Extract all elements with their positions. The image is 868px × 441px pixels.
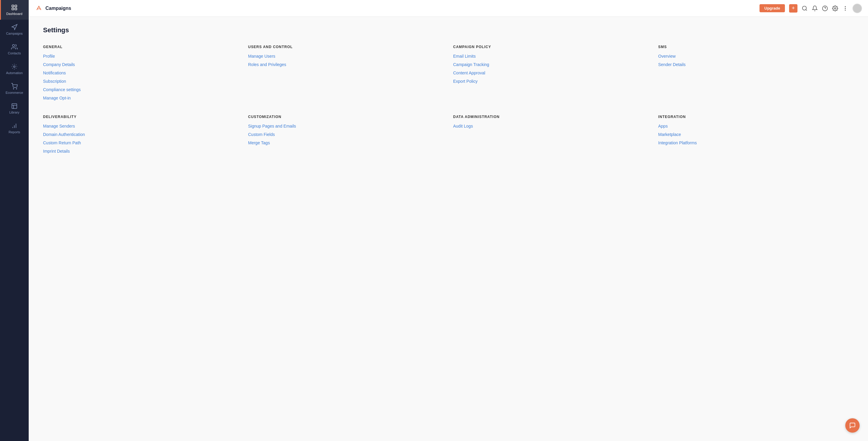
link-subscription[interactable]: Subscription — [43, 79, 239, 84]
link-campaign-tracking[interactable]: Campaign Tracking — [453, 62, 649, 67]
topbar: Campaigns Upgrade + — [29, 0, 868, 17]
sidebar-label-automation: Automation — [6, 71, 23, 75]
sidebar-label-dashboard: Dashboard — [6, 12, 23, 15]
notifications-icon[interactable] — [812, 5, 818, 11]
link-manage-users[interactable]: Manage Users — [248, 54, 443, 59]
link-manage-senders[interactable]: Manage Senders — [43, 124, 239, 128]
link-custom-return-path[interactable]: Custom Return Path — [43, 140, 239, 145]
brand: Campaigns — [35, 4, 760, 12]
link-domain-authentication[interactable]: Domain Authentication — [43, 132, 239, 137]
link-notifications[interactable]: Notifications — [43, 70, 239, 75]
sidebar-item-campaigns[interactable]: Campaigns — [0, 20, 29, 39]
library-icon — [11, 103, 18, 109]
sidebar: Dashboard Campaigns Contacts Automa — [0, 0, 29, 441]
link-company-details[interactable]: Company Details — [43, 62, 239, 67]
page-title: Settings — [43, 26, 854, 34]
link-roles-and-privileges[interactable]: Roles and Privileges — [248, 62, 443, 67]
section-users-and-control: USERS AND CONTROLManage UsersRoles and P… — [248, 45, 443, 100]
sidebar-label-contacts: Contacts — [8, 52, 21, 55]
section-general: GENERALProfileCompany DetailsNotificatio… — [43, 45, 239, 100]
search-icon[interactable] — [802, 5, 808, 11]
section-links-campaign-policy: Email LimitsCampaign TrackingContent App… — [453, 54, 649, 84]
svg-rect-1 — [15, 5, 17, 7]
section-integration: INTEGRATIONAppsMarketplaceIntegration Pl… — [658, 115, 854, 154]
link-email-limits[interactable]: Email Limits — [453, 54, 649, 59]
section-links-customization: Signup Pages and EmailsCustom FieldsMerg… — [248, 124, 443, 145]
svg-rect-0 — [12, 5, 14, 7]
section-campaign-policy: CAMPAIGN POLICYEmail LimitsCampaign Trac… — [453, 45, 649, 100]
link-imprint-details[interactable]: Imprint Details — [43, 149, 239, 154]
svg-point-7 — [16, 89, 17, 89]
section-links-integration: AppsMarketplaceIntegration Platforms — [658, 124, 854, 145]
link-merge-tags[interactable]: Merge Tags — [248, 140, 443, 145]
section-links-data-administration: Audit Logs — [453, 124, 649, 128]
link-apps[interactable]: Apps — [658, 124, 854, 128]
section-title-data-administration: DATA ADMINISTRATION — [453, 115, 649, 119]
svg-point-6 — [13, 89, 14, 89]
section-links-general: ProfileCompany DetailsNotificationsSubsc… — [43, 54, 239, 100]
svg-point-10 — [803, 6, 806, 10]
link-compliance-settings[interactable]: Compliance settings — [43, 87, 239, 92]
section-title-campaign-policy: CAMPAIGN POLICY — [453, 45, 649, 49]
svg-point-5 — [13, 66, 15, 67]
link-sender-details[interactable]: Sender Details — [658, 62, 854, 67]
sidebar-item-contacts[interactable]: Contacts — [0, 39, 29, 59]
section-links-users-and-control: Manage UsersRoles and Privileges — [248, 54, 443, 67]
section-title-deliverability: DELIVERABILITY — [43, 115, 239, 119]
brand-name: Campaigns — [45, 6, 71, 11]
svg-point-15 — [845, 6, 845, 7]
sidebar-label-campaigns: Campaigns — [6, 32, 23, 35]
sidebar-label-reports: Reports — [9, 130, 20, 134]
link-manage-opt-in[interactable]: Manage Opt-in — [43, 96, 239, 100]
link-overview[interactable]: Overview — [658, 54, 854, 59]
svg-point-4 — [12, 44, 14, 46]
section-title-sms: SMS — [658, 45, 854, 49]
link-custom-fields[interactable]: Custom Fields — [248, 132, 443, 137]
link-integration-platforms[interactable]: Integration Platforms — [658, 140, 854, 145]
upgrade-button[interactable]: Upgrade — [760, 4, 785, 12]
content: Settings GENERALProfileCompany DetailsNo… — [29, 17, 868, 441]
section-customization: CUSTOMIZATIONSignup Pages and EmailsCust… — [248, 115, 443, 154]
svg-rect-9 — [35, 4, 43, 12]
section-title-customization: CUSTOMIZATION — [248, 115, 443, 119]
section-data-administration: DATA ADMINISTRATIONAudit Logs — [453, 115, 649, 154]
section-deliverability: DELIVERABILITYManage SendersDomain Authe… — [43, 115, 239, 154]
sidebar-item-reports[interactable]: Reports — [0, 118, 29, 138]
link-signup-pages-and-emails[interactable]: Signup Pages and Emails — [248, 124, 443, 128]
svg-rect-3 — [15, 8, 17, 10]
chat-button[interactable] — [845, 418, 860, 433]
link-marketplace[interactable]: Marketplace — [658, 132, 854, 137]
add-button[interactable]: + — [789, 4, 798, 12]
link-profile[interactable]: Profile — [43, 54, 239, 59]
ecommerce-icon — [11, 83, 18, 90]
sidebar-item-library[interactable]: Library — [0, 99, 29, 118]
main-wrapper: Campaigns Upgrade + — [29, 0, 868, 441]
link-content-approval[interactable]: Content Approval — [453, 70, 649, 75]
avatar[interactable] — [852, 4, 862, 13]
settings-icon[interactable] — [832, 5, 838, 11]
svg-line-11 — [806, 9, 807, 10]
svg-point-16 — [845, 8, 845, 9]
sidebar-label-library: Library — [9, 111, 20, 114]
settings-grid: GENERALProfileCompany DetailsNotificatio… — [43, 45, 854, 154]
brand-logo-icon — [35, 4, 43, 12]
sidebar-item-ecommerce[interactable]: Ecommerce — [0, 79, 29, 99]
svg-rect-2 — [12, 8, 14, 10]
help-icon[interactable] — [822, 5, 828, 11]
reports-icon — [11, 123, 18, 129]
svg-rect-8 — [12, 104, 17, 109]
section-title-general: GENERAL — [43, 45, 239, 49]
automation-icon — [11, 63, 18, 70]
sidebar-item-dashboard[interactable]: Dashboard — [0, 0, 29, 20]
link-audit-logs[interactable]: Audit Logs — [453, 124, 649, 128]
sidebar-label-ecommerce: Ecommerce — [6, 91, 23, 94]
sidebar-item-automation[interactable]: Automation — [0, 59, 29, 79]
link-export-policy[interactable]: Export Policy — [453, 79, 649, 84]
campaigns-icon — [11, 24, 18, 30]
section-sms: SMSOverviewSender Details — [658, 45, 854, 100]
dashboard-icon — [11, 4, 18, 11]
more-icon[interactable] — [842, 5, 848, 11]
section-title-users-and-control: USERS AND CONTROL — [248, 45, 443, 49]
svg-point-14 — [835, 7, 836, 9]
topbar-actions: Upgrade + — [760, 4, 862, 13]
